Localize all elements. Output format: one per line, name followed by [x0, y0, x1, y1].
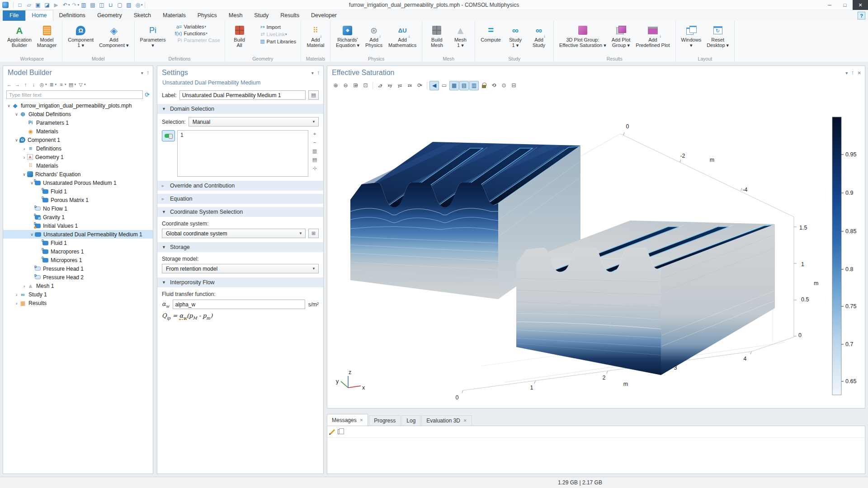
run-icon[interactable]: ▶ — [52, 1, 61, 9]
model-manager-button[interactable]: ModelManager — [34, 23, 59, 49]
tree-item[interactable]: Pressure Head 1 — [3, 264, 153, 273]
close-button[interactable]: ✕ — [853, 0, 868, 10]
expander-open-icon[interactable]: ∨ — [14, 112, 19, 117]
menu-tab-file[interactable]: File — [3, 10, 25, 21]
select-box-icon[interactable]: ▢ — [115, 1, 124, 9]
clear-log-icon[interactable] — [330, 429, 335, 434]
tree-item[interactable]: ∨◆furrow_irrigation_dual_permeability_pl… — [3, 101, 153, 110]
expander-closed-icon[interactable]: › — [14, 292, 19, 297]
refresh-icon[interactable]: ⟳ — [145, 91, 150, 98]
study-button[interactable]: ∞Study1 ▾ — [504, 23, 527, 49]
section-coordinate-system[interactable]: ▼ Coordinate System Selection — [157, 207, 323, 217]
tree-item[interactable]: ∨Richards' Equation — [3, 170, 153, 178]
rotate-view-button[interactable]: ⟳▾ — [415, 81, 425, 90]
storage-dropdown[interactable]: From retention model ▼ — [162, 264, 319, 273]
tree-item[interactable]: ∨⊕Global Definitions — [3, 110, 153, 118]
copy-selection-button[interactable]: ▥ — [311, 147, 319, 155]
tab-progress[interactable]: Progress — [369, 415, 401, 426]
filter-button[interactable]: ▽ — [77, 81, 84, 88]
help-button[interactable]: ? — [858, 12, 865, 19]
section-equation[interactable]: ▹ Equation — [157, 194, 323, 204]
tree-item[interactable]: Fluid 1 — [3, 187, 153, 196]
paste-selection-button[interactable]: ▤ — [311, 156, 319, 163]
expander-open-icon[interactable]: ∨ — [6, 103, 12, 108]
app-builder-button[interactable]: AApplicationBuilder — [5, 23, 34, 49]
scene-light-button[interactable]: ◀ — [429, 81, 439, 90]
add-plot-group-button[interactable]: Add PlotGroup ▾ — [609, 23, 633, 49]
zoom-in-button[interactable]: ⊕ — [331, 81, 340, 90]
show-grid-button[interactable]: ▦ — [449, 81, 459, 90]
selection-list-item[interactable]: 1 — [180, 132, 305, 138]
tree-item[interactable]: Macropores 1 — [3, 247, 153, 256]
zoom-to-selection-button[interactable]: ⊹ — [311, 164, 319, 172]
view-xy-button[interactable]: xy — [385, 81, 395, 90]
graphics-canvas[interactable]: 01234m0-2-4m1.510.50m0.950.90.850.80.750… — [327, 66, 865, 408]
coordinate-dropdown[interactable]: Global coordinate system ▼ — [162, 229, 306, 238]
tree-item[interactable]: Initial Values 1 — [3, 221, 153, 230]
go-to-source-button[interactable]: ⊞ — [308, 229, 319, 238]
show-button[interactable]: ◎ — [38, 81, 45, 88]
zoom-out-button[interactable]: ⊖ — [341, 81, 350, 90]
expander-closed-icon[interactable]: › — [21, 146, 27, 151]
active-toggle-button[interactable] — [162, 130, 175, 141]
maximize-button[interactable]: □ — [837, 0, 853, 10]
add-study-button[interactable]: ∞↓AddStudy — [527, 23, 551, 49]
panel-menu-icon[interactable]: ▾ — [141, 70, 143, 75]
tree-item[interactable]: ◉Materials — [3, 127, 153, 136]
collapse-button[interactable]: ≣ — [48, 81, 55, 88]
move-down-button[interactable]: ↓ — [30, 81, 37, 88]
menu-tab-definitions[interactable]: Definitions — [53, 10, 91, 21]
copy-log-icon[interactable] — [338, 429, 342, 434]
label-input[interactable] — [179, 90, 306, 100]
add-mathematics-button[interactable]: ΔU↓AddMathematics — [386, 23, 419, 49]
tree-item[interactable]: ›∞Study 1 — [3, 290, 153, 299]
duplicate-icon[interactable]: ◫ — [97, 1, 106, 9]
zoom-box-button[interactable]: ⊞▾ — [351, 81, 360, 90]
panel-menu-icon[interactable]: ▾ — [311, 70, 314, 75]
tab-messages[interactable]: Messages✕ — [327, 414, 368, 426]
open-file-icon[interactable]: ▱ — [24, 1, 33, 9]
zoom-extents-button[interactable]: ⊡ — [361, 81, 370, 90]
functions-button[interactable]: f(x)Functions▾ — [170, 31, 220, 36]
tab-evaluation-3d[interactable]: Evaluation 3D✕ — [421, 415, 472, 426]
build-all-button[interactable]: BuildAll — [228, 23, 251, 49]
expand-button[interactable]: ≡ — [58, 81, 65, 88]
view-yz-button[interactable]: yz — [395, 81, 405, 90]
expander-open-icon[interactable]: ∨ — [29, 232, 35, 237]
section-override[interactable]: ▹ Override and Contribution — [157, 181, 323, 191]
menu-tab-geometry[interactable]: Geometry — [91, 10, 128, 21]
back-button[interactable]: ← — [6, 81, 13, 88]
mesh-button[interactable]: ▲Mesh1 ▾ — [448, 23, 472, 49]
copy-icon[interactable]: ▥ — [79, 1, 88, 9]
selection-list[interactable]: 1 — [177, 130, 308, 177]
save-icon[interactable]: ▣ — [33, 1, 42, 9]
delete-icon[interactable]: ⊔ — [106, 1, 115, 9]
pin-icon[interactable]: ⊺ — [317, 70, 320, 75]
transfer-function-input[interactable] — [173, 300, 305, 309]
windows-button[interactable]: Windows▾ — [679, 23, 704, 49]
add-predefined-plot-button[interactable]: ↓AddPredefined Plot — [633, 23, 672, 49]
tab-log[interactable]: Log — [401, 415, 420, 426]
tree-item[interactable]: ∨Unsaturated Dual Permeability Medium 1 — [3, 230, 153, 239]
richards-equation-button[interactable]: ◆Richards'Equation ▾ — [333, 23, 362, 49]
tree-item[interactable]: ›≡Definitions — [3, 144, 153, 153]
default-view-button[interactable]: ⊿▾ — [375, 81, 385, 90]
close-icon[interactable]: ✕ — [463, 418, 467, 423]
paste-icon[interactable]: ▤ — [88, 1, 97, 9]
snapshot-button[interactable]: ⊙ — [499, 81, 509, 90]
variables-button[interactable]: a=Variables▾ — [170, 24, 220, 29]
tree-item[interactable]: Gravity 1 — [3, 213, 153, 221]
menu-tab-materials[interactable]: Materials — [157, 10, 192, 21]
minimize-button[interactable]: ─ — [822, 0, 837, 10]
parameters-button[interactable]: PiParameters▾ — [137, 23, 169, 49]
environment-button[interactable]: ⟲▾ — [489, 81, 499, 90]
menu-tab-physics[interactable]: Physics — [192, 10, 223, 21]
forward-button[interactable]: → — [14, 81, 21, 88]
new-file-icon[interactable]: □ — [15, 1, 24, 9]
expander-closed-icon[interactable]: › — [21, 155, 27, 160]
tree-item[interactable]: ∨ΩComponent 1 — [3, 136, 153, 144]
add-to-selection-button[interactable]: + — [311, 130, 319, 137]
show-edges-button[interactable]: ▥ — [469, 81, 479, 90]
tree-item[interactable]: Micropores 1 — [3, 256, 153, 264]
move-up-button[interactable]: ↑ — [22, 81, 29, 88]
